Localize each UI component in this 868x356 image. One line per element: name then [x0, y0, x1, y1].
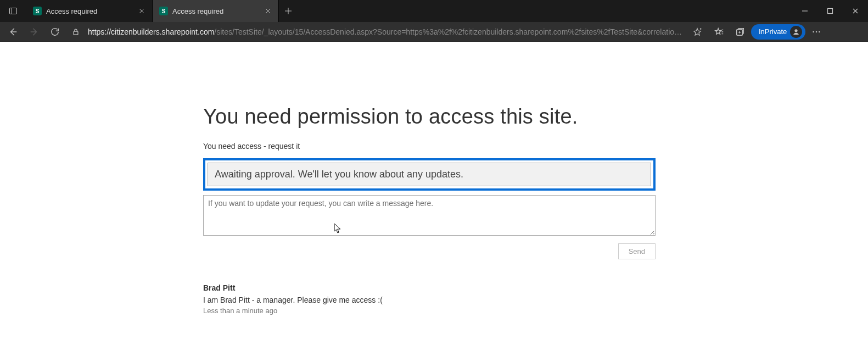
svg-rect-2 — [828, 9, 833, 14]
sharepoint-favicon: S — [159, 7, 168, 15]
actions-row: Send — [203, 243, 656, 259]
refresh-icon — [50, 27, 60, 37]
svg-point-6 — [813, 31, 815, 32]
star-plus-icon — [693, 27, 702, 36]
plus-icon — [284, 7, 292, 15]
arrow-left-icon — [8, 27, 18, 37]
collections-icon — [735, 27, 745, 37]
lock-icon — [72, 28, 80, 36]
status-highlight: Awaiting approval. We'll let you know ab… — [203, 158, 656, 191]
svg-point-8 — [819, 31, 820, 32]
tab-active[interactable]: S Access required — [153, 0, 279, 22]
svg-point-7 — [816, 31, 817, 32]
sharepoint-favicon: S — [33, 7, 42, 15]
close-icon — [138, 8, 145, 14]
tab-actions-icon — [9, 7, 18, 15]
page-heading: You need permission to access this site. — [203, 105, 656, 129]
url-host: https://citizenbuilders.sharepoint.com — [88, 27, 214, 36]
address-bar[interactable]: https://citizenbuilders.sharepoint.com/s… — [66, 24, 708, 40]
tab-inactive[interactable]: S Access required — [26, 0, 153, 22]
page-content: You need permission to access this site.… — [0, 42, 868, 356]
svg-point-5 — [795, 29, 798, 32]
window-close-button[interactable] — [843, 0, 868, 22]
tab-actions-button[interactable] — [0, 0, 26, 22]
toolbar-right-cluster: InPrivate — [709, 24, 828, 40]
status-text: Awaiting approval. We'll let you know ab… — [208, 163, 651, 186]
url-text: https://citizenbuilders.sharepoint.com/s… — [88, 27, 685, 36]
window-maximize-button[interactable] — [817, 0, 843, 22]
maximize-icon — [827, 8, 833, 14]
profile-avatar — [790, 26, 802, 38]
access-denied-panel: You need permission to access this site.… — [203, 105, 656, 315]
window-minimize-button[interactable] — [792, 0, 817, 22]
new-tab-button[interactable] — [279, 0, 298, 22]
favorites-button[interactable] — [709, 24, 729, 40]
ellipsis-icon — [811, 27, 821, 37]
nav-forward-button[interactable] — [24, 24, 44, 40]
page-subheading: You need access - request it — [203, 142, 656, 151]
inprivate-label: InPrivate — [759, 27, 787, 36]
browser-toolbar: https://citizenbuilders.sharepoint.com/s… — [0, 22, 868, 42]
tab-title: Access required — [46, 7, 132, 15]
browser-titlebar: S Access required S Access required — [0, 0, 868, 22]
star-lines-icon — [714, 27, 724, 37]
tab-title: Access required — [172, 7, 259, 15]
request-timestamp: Less than a minute ago — [203, 307, 656, 315]
url-path: /sites/TestSite/_layouts/15/AccessDenied… — [214, 27, 685, 36]
site-info-button[interactable] — [68, 24, 83, 40]
request-message-textarea[interactable] — [203, 195, 656, 236]
send-button[interactable]: Send — [618, 243, 656, 259]
close-icon — [265, 8, 271, 14]
request-user-name: Brad Pitt — [203, 283, 656, 292]
svg-rect-0 — [10, 8, 17, 14]
svg-rect-3 — [74, 31, 78, 35]
arrow-right-icon — [29, 27, 39, 37]
person-icon — [792, 28, 800, 36]
nav-refresh-button[interactable] — [45, 24, 65, 40]
minimize-icon — [802, 8, 808, 14]
favorite-star-button[interactable] — [690, 24, 705, 40]
window-controls — [792, 0, 868, 22]
close-icon — [852, 8, 859, 14]
tab-close-button[interactable] — [137, 6, 147, 16]
settings-more-button[interactable] — [807, 24, 826, 40]
request-user-message: I am Brad Pitt - a manager. Please give … — [203, 296, 656, 304]
tab-close-button[interactable] — [263, 6, 273, 16]
inprivate-indicator[interactable]: InPrivate — [751, 24, 805, 40]
collections-button[interactable] — [730, 24, 750, 40]
nav-back-button[interactable] — [3, 24, 23, 40]
